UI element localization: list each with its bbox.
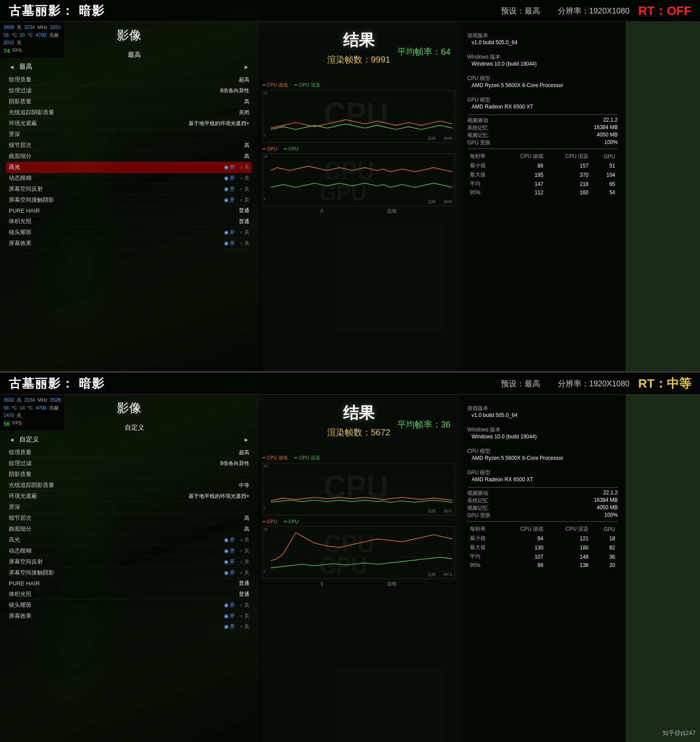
setting-item: 阴影质量 <box>9 469 249 480</box>
chart1: 60 0 CPU 边框 5671 <box>262 463 455 515</box>
gpu-model-section: GPU 模型 AMD Radeon RX 6500 XT <box>467 96 618 110</box>
cpu-model-value: AMD Ryzen 5 5600X 6-Core Processor <box>467 82 618 88</box>
windows-version-value: Windows 10.0 (build 19044) <box>467 61 618 67</box>
info-panel: 游戏版本 v1.0 build 505.0_64 Windows 版本 Wind… <box>459 22 626 371</box>
gpu-limit-row: GPU 受限 100% <box>467 512 618 519</box>
preset-value-top: 最高 <box>128 51 141 59</box>
setting-item: 纹理过滤 8倍各向异性 <box>9 458 249 469</box>
chart2-legend: ━ GPU ━ CPU <box>262 146 455 152</box>
setting-item: 高光 ◉ 开 ○ 关 <box>9 535 249 546</box>
windows-version-label: Windows 版本 <box>467 53 618 61</box>
fps-table: 每秒率 CPU 游戏 CPU 渲染 GPU 最小值 94 121 18 最大值 … <box>467 525 618 569</box>
divider2 <box>467 148 618 149</box>
setting-item: 细节层次 高 <box>9 140 249 151</box>
preset-meta: 预设：最高 <box>501 6 540 16</box>
setting-item: 细节层次 高 <box>9 513 249 524</box>
settings-list: 纹理质量 超高 纹理过滤 8倍各向异性 阴影质量 高 光线追踪阴影质量 关闭 环… <box>0 73 258 251</box>
game-title: 古墓丽影： 暗影 <box>9 3 105 19</box>
gpu-model-label: GPU 模型 <box>467 469 618 476</box>
gpu-model-label: GPU 模型 <box>467 96 618 104</box>
header-bar: 古墓丽影： 暗影 预设：最高 分辨率：1920X1080 RT：OFF <box>0 0 700 22</box>
benchmark-section-rt-off: 古墓丽影： 暗影 预设：最高 分辨率：1920X1080 RT：OFF 3408… <box>0 0 700 371</box>
chart1-container: ━ CPU 游戏 ━ CPU 渲染 30 0 <box>262 82 455 143</box>
stats-overlay: 3408 兆 2234 MHz 3251 55 °C 20 °C 4700 兆赫… <box>0 22 64 58</box>
setting-item: PURE HAIR 普通 <box>9 578 249 589</box>
fps-table-row: 最小值 94 121 18 <box>467 534 618 543</box>
setting-item: 曲面细分 高 <box>9 151 249 162</box>
setting-item: ◉ 开 ○ 关 <box>9 622 249 632</box>
setting-item: 镜头耀斑 ◉ 开 ○ 关 <box>9 227 249 238</box>
setting-item: 曲面细分 高 <box>9 524 249 535</box>
fps-table-header: 每秒率 CPU 游戏 CPU 渲染 GPU <box>467 525 618 534</box>
setting-item: 景深 <box>9 502 249 513</box>
preset-value: 自定义 <box>19 435 39 444</box>
chart1-svg: 60 0 CPU <box>263 463 455 515</box>
setting-item: 镜头耀斑 ◉ 开 ○ 关 <box>9 600 249 611</box>
game-version-value: v1.0 build 505.0_64 <box>467 412 618 418</box>
chart2: 30 0 CPU GPU 边框 9990 <box>262 154 455 206</box>
cpu-model-value: AMD Ryzen 5 5600X 6-Core Processor <box>467 455 618 461</box>
preset-value-top: 自定义 <box>125 424 144 432</box>
fps-table-row: 最大值 195 370 104 <box>467 170 618 179</box>
setting-item: 环境光遮蔽 基于地平线的环境光遮挡+ <box>9 118 249 129</box>
chart1-svg: 30 0 CPU <box>263 91 455 142</box>
windows-version-section: Windows 版本 Windows 10.0 (build 19044) <box>467 53 618 67</box>
rt-badge: RT：中等 <box>638 375 691 392</box>
setting-item: 阴影质量 高 <box>9 96 249 107</box>
vid-memory-row: 视频记忆 4050 MB <box>467 504 618 512</box>
header-meta: 预设：最高 分辨率：1920X1080 <box>501 6 630 16</box>
svg-text:CPU: CPU <box>324 469 388 505</box>
preset-value: 最高 <box>19 63 32 71</box>
windows-version-value: Windows 10.0 (build 19044) <box>467 434 618 440</box>
avg-fps: 平均帧率：36 <box>397 419 451 430</box>
setting-item: 屏幕空间反射 ◉ 开 ○ 关 <box>9 184 249 195</box>
svg-text:30: 30 <box>264 154 268 158</box>
svg-text:0: 0 <box>264 570 266 574</box>
sys-memory-row: 系统记忆 16384 MB <box>467 124 618 132</box>
gpu-model-value: AMD Radeon RX 6500 XT <box>467 104 618 110</box>
header-meta: 预设：最高 分辨率：1920X1080 <box>501 378 630 389</box>
setting-item: 纹理质量 超高 <box>9 447 249 458</box>
chart2: 60 0 CPU GPU 边框 5671 <box>262 526 455 579</box>
setting-item: 体积光照 普通 <box>9 589 249 600</box>
cpu-model-label: CPU 模型 <box>467 448 618 455</box>
setting-item: 景深 <box>9 129 249 140</box>
chart2-svg: 30 0 CPU GPU <box>263 154 455 206</box>
chart1: 30 0 CPU 边框 9990 <box>262 90 455 143</box>
game-version-section: 游戏版本 v1.0 build 505.0_64 <box>467 405 618 418</box>
avg-fps: 平均帧率：64 <box>397 46 451 58</box>
setting-item: PURE HAIR 普通 <box>9 206 249 216</box>
fps-table: 每秒率 CPU 游戏 CPU 渲染 GPU 最小值 86 157 51 最大值 … <box>467 152 618 196</box>
fps-table-row: 最大值 130 180 82 <box>467 543 618 552</box>
fps-table-row: 平均 147 218 65 <box>467 179 618 189</box>
charts-area: 结果 渲染帧数：9991 平均帧率：64 ━ CPU 游戏 ━ CPU 渲染 <box>258 22 459 371</box>
sys-memory-row: 系统记忆 16384 MB <box>467 497 618 504</box>
driver-row: 视频驱动 22.1.2 <box>467 490 618 497</box>
game-version-section: 游戏版本 v1.0 build 505.0_64 <box>467 32 618 46</box>
header-bar: 古墓丽影： 暗影 预设：最高 分辨率：1920X1080 RT：中等 <box>0 373 700 395</box>
benchmark-section-rt-medium: 古墓丽影： 暗影 预设：最高 分辨率：1920X1080 RT：中等 3602 … <box>0 373 700 742</box>
settings-panel: 影像 自定义 ◄ 自定义 ► 纹理质量 超高 纹理过滤 8倍各向异性 <box>0 395 258 742</box>
setting-item: 屏幕效果 ◉ 开 ○ 关 <box>9 238 249 249</box>
chart2-container: ━ GPU ━ CPU 60 0 <box>262 519 455 579</box>
svg-text:60: 60 <box>264 464 268 468</box>
svg-text:GPU: GPU <box>319 553 367 578</box>
chart1-legend: ━ CPU 游戏 ━ CPU 渲染 <box>262 455 455 461</box>
gpu-limit-row: GPU 受限 100% <box>467 139 618 147</box>
setting-item: 体积光照 普通 <box>9 216 249 227</box>
setting-item: 屏幕效果 ◉ 开 ○ 关 <box>9 611 249 622</box>
svg-text:60: 60 <box>264 527 268 531</box>
svg-text:GPU: GPU <box>319 180 367 206</box>
svg-text:30: 30 <box>264 91 268 95</box>
setting-item: 屏幕空间反射 ◉ 开 ○ 关 <box>9 556 249 567</box>
settings-panel: 影像 最高 ◄ 最高 ► 纹理质量 超高 纹理过滤 8倍各向异性 <box>0 22 258 371</box>
chart1-legend: ━ CPU 游戏 ━ CPU 渲染 <box>262 82 455 88</box>
setting-item: 纹理过滤 8倍各向异性 <box>9 85 249 96</box>
setting-item: 光线追踪阴影质量 中等 <box>9 480 249 491</box>
driver-row: 视频驱动 22.1.2 <box>467 117 618 124</box>
resolution-meta: 分辨率：1920X1080 <box>558 6 630 16</box>
preset-row: ◄ 最高 ► <box>0 61 258 73</box>
chart-bottom-label: 0 边框 <box>262 208 455 214</box>
svg-text:CPU: CPU <box>324 96 388 133</box>
setting-item: 纹理质量 超高 <box>9 74 249 85</box>
